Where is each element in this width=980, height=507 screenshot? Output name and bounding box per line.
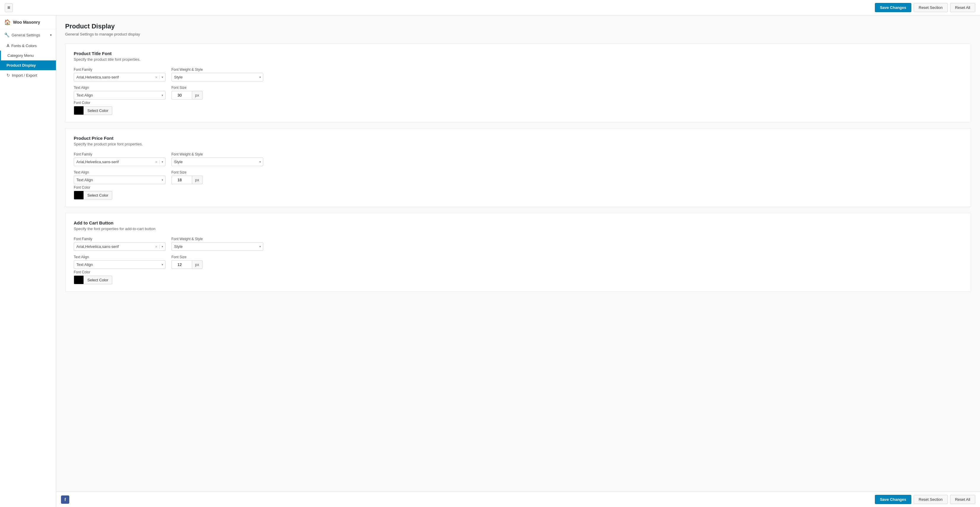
font-weight-select-wrapper-0: Style ▾ <box>172 73 263 81</box>
sidebar-logo: 🏠 Woo Masonry <box>0 15 56 29</box>
text-align-select-2[interactable]: Text Align Left Center Right <box>74 261 159 269</box>
facebook-icon[interactable]: f <box>61 496 69 504</box>
font-size-wrapper-1: px <box>172 175 263 184</box>
section-desc-product-price: Specify the product price font propertie… <box>74 142 963 146</box>
font-weight-select-wrapper-2: Style ▾ <box>172 242 263 251</box>
section-desc-add-to-cart: Specify the font properties for add-to-c… <box>74 226 963 231</box>
sidebar-item-category-menu-label: Category Menu <box>7 53 34 58</box>
section-product-price-font: Product Price Font Specify the product p… <box>65 128 971 207</box>
text-align-select-wrapper-1: Text Align Left Center Right ▾ <box>74 175 165 184</box>
section-title-add-to-cart: Add to Cart Button <box>74 220 963 225</box>
font-weight-select-wrapper-1: Style ▾ <box>172 158 263 166</box>
top-bar-left: ≡ <box>5 3 13 12</box>
page-subtitle: General Settings to manage product displ… <box>65 32 971 37</box>
select-color-btn-0[interactable]: Select Color <box>84 106 112 115</box>
font-size-label-1: Font Size <box>172 170 263 174</box>
save-changes-top-button[interactable]: Save Changes <box>875 3 911 12</box>
font-weight-label-2: Font Weight & Style <box>172 237 263 241</box>
font-weight-group-1: Font Weight & Style Style ▾ <box>172 152 263 166</box>
content-area: Product Display General Settings to mana… <box>56 15 980 507</box>
font-family-arrow-1: ▾ <box>159 160 165 163</box>
font-family-group-1: Font Family Arial,Helvetica,sans-serif ×… <box>74 152 165 166</box>
color-swatch-2[interactable] <box>74 276 84 284</box>
reset-all-bottom-button[interactable]: Reset All <box>950 495 975 504</box>
sidebar-item-fonts-colors[interactable]: A Fonts & Colors <box>0 41 56 51</box>
sidebar-item-import-export[interactable]: ↻ Import / Export <box>0 70 56 80</box>
font-family-select-0[interactable]: Arial,Helvetica,sans-serif <box>74 73 153 81</box>
sidebar-item-product-display[interactable]: Product Display <box>0 61 56 70</box>
content-inner: Product Display General Settings to mana… <box>56 15 980 492</box>
top-bar: ≡ Save Changes Reset Section Reset All <box>0 0 980 15</box>
sidebar-toggle-button[interactable]: ≡ <box>5 3 13 12</box>
text-align-group-0: Text Align Text Align Left Center Right … <box>74 86 165 99</box>
font-color-row-2: Font Color Select Color <box>74 270 963 284</box>
section-desc-product-title: Specify the product title font propertie… <box>74 57 963 62</box>
font-family-select-wrapper-2: Arial,Helvetica,sans-serif × ▾ <box>74 242 165 251</box>
select-color-btn-1[interactable]: Select Color <box>84 191 112 199</box>
section-add-to-cart-button: Add to Cart Button Specify the font prop… <box>65 213 971 292</box>
font-weight-arrow-0: ▾ <box>257 75 263 79</box>
font-weight-select-2[interactable]: Style <box>172 242 257 250</box>
font-size-group-1: Font Size px <box>172 170 263 184</box>
font-size-unit-2: px <box>192 260 202 269</box>
font-size-input-0[interactable] <box>172 91 192 99</box>
text-align-select-0[interactable]: Text Align Left Center Right <box>74 91 159 99</box>
sidebar-item-product-display-label: Product Display <box>6 63 36 67</box>
reset-all-top-button[interactable]: Reset All <box>950 3 975 12</box>
font-family-group-0: Font Family Arial,Helvetica,sans-serif ×… <box>74 67 165 81</box>
font-size-unit-1: px <box>192 175 202 184</box>
font-size-input-1[interactable] <box>172 175 192 184</box>
sidebar-item-category-menu[interactable]: Category Menu <box>0 51 56 61</box>
bottom-bar: f Save Changes Reset Section Reset All <box>56 492 980 507</box>
controls-grid-2: Font Family Arial,Helvetica,sans-serif ×… <box>74 237 263 269</box>
home-icon: 🏠 <box>4 19 11 26</box>
text-align-arrow-0: ▾ <box>159 94 165 97</box>
reset-section-top-button[interactable]: Reset Section <box>914 3 948 12</box>
color-swatch-0[interactable] <box>74 106 84 115</box>
font-size-label-2: Font Size <box>172 255 263 259</box>
sidebar: 🏠 Woo Masonry 🔧 General Settings ▾ A Fon… <box>0 15 56 507</box>
color-btn-wrap-2: Select Color <box>74 276 963 284</box>
reset-section-bottom-button[interactable]: Reset Section <box>914 495 948 504</box>
page-title: Product Display <box>65 22 971 30</box>
font-size-wrapper-0: px <box>172 91 263 99</box>
sidebar-item-fonts-colors-label: Fonts & Colors <box>11 43 37 48</box>
font-weight-select-1[interactable]: Style <box>172 158 257 166</box>
font-family-select-wrapper-0: Arial,Helvetica,sans-serif × ▾ <box>74 73 165 81</box>
font-family-select-1[interactable]: Arial,Helvetica,sans-serif <box>74 158 153 166</box>
refresh-icon: ↻ <box>6 73 10 78</box>
controls-grid-0: Font Family Arial,Helvetica,sans-serif ×… <box>74 67 263 99</box>
font-color-label-0: Font Color <box>74 101 963 105</box>
font-size-wrapper-2: px <box>172 260 263 269</box>
font-weight-group-0: Font Weight & Style Style ▾ <box>172 67 263 81</box>
font-family-select-2[interactable]: Arial,Helvetica,sans-serif <box>74 242 153 250</box>
section-title-product-price: Product Price Font <box>74 136 963 141</box>
save-changes-bottom-button[interactable]: Save Changes <box>875 495 911 504</box>
section-title-product-title: Product Title Font <box>74 51 963 56</box>
text-align-select-1[interactable]: Text Align Left Center Right <box>74 176 159 184</box>
font-family-clear-0[interactable]: × <box>153 75 159 80</box>
text-align-label-2: Text Align <box>74 255 165 259</box>
font-size-group-2: Font Size px <box>172 255 263 269</box>
sidebar-logo-label: Woo Masonry <box>13 20 40 25</box>
text-align-group-2: Text Align Text Align Left Center Right … <box>74 255 165 269</box>
font-size-input-2[interactable] <box>172 260 192 269</box>
sidebar-toggle-icon: ≡ <box>7 5 10 10</box>
font-family-clear-1[interactable]: × <box>153 160 159 164</box>
font-size-group-0: Font Size px <box>172 86 263 99</box>
font-family-clear-2[interactable]: × <box>153 245 159 249</box>
font-family-arrow-0: ▾ <box>159 75 165 79</box>
color-btn-wrap-0: Select Color <box>74 106 963 115</box>
font-color-row-1: Font Color Select Color <box>74 185 963 199</box>
sidebar-group-label: General Settings <box>11 33 40 37</box>
select-color-btn-2[interactable]: Select Color <box>84 276 112 284</box>
main-layout: 🏠 Woo Masonry 🔧 General Settings ▾ A Fon… <box>0 15 980 507</box>
font-family-label-2: Font Family <box>74 237 165 241</box>
font-family-select-wrapper-1: Arial,Helvetica,sans-serif × ▾ <box>74 158 165 166</box>
font-family-group-2: Font Family Arial,Helvetica,sans-serif ×… <box>74 237 165 251</box>
color-swatch-1[interactable] <box>74 191 84 199</box>
font-weight-group-2: Font Weight & Style Style ▾ <box>172 237 263 251</box>
font-color-row-0: Font Color Select Color <box>74 101 963 115</box>
font-weight-select-0[interactable]: Style <box>172 73 257 81</box>
sidebar-group-general-settings[interactable]: 🔧 General Settings ▾ <box>0 29 56 41</box>
